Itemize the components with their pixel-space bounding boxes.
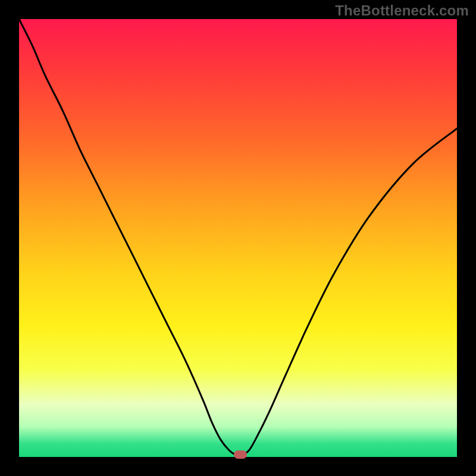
optimum-marker: [234, 450, 247, 459]
bottleneck-curve: [19, 19, 457, 457]
watermark-text: TheBottleneck.com: [335, 2, 469, 19]
chart-frame: TheBottleneck.com: [0, 0, 476, 476]
chart-plot-area: [19, 19, 457, 457]
curve-path: [19, 19, 457, 455]
